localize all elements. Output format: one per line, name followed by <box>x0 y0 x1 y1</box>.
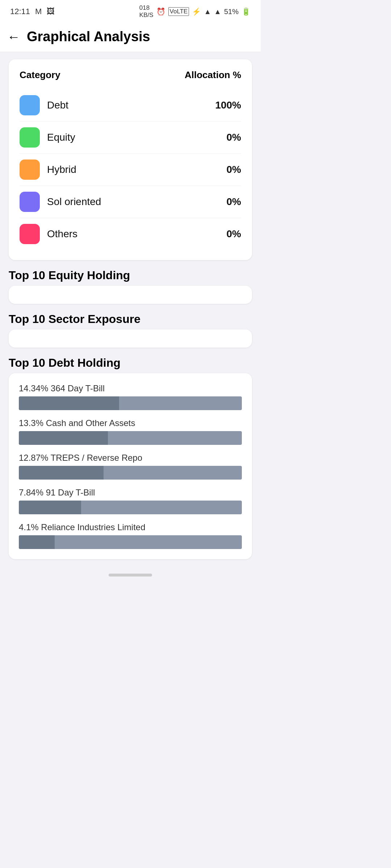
top-sector-title: Top 10 Sector Exposure <box>9 312 252 326</box>
category-card: Category Allocation % Debt 100% Equity 0… <box>9 59 252 260</box>
top-equity-section: Top 10 Equity Holding <box>9 269 252 304</box>
status-left: 12:11 M 🖼 <box>10 7 55 16</box>
gmail-icon: M <box>35 7 42 16</box>
debt-bar-fill <box>19 431 108 445</box>
category-name: Others <box>47 228 77 240</box>
top-equity-card <box>9 286 252 304</box>
top-debt-title: Top 10 Debt Holding <box>9 356 252 370</box>
main-content: Category Allocation % Debt 100% Equity 0… <box>0 52 261 566</box>
category-row-left: Debt <box>20 95 68 115</box>
signal-icon: ▲ <box>214 8 221 16</box>
category-row: Sol oriented 0% <box>20 186 241 218</box>
category-row: Others 0% <box>20 218 241 250</box>
color-swatch <box>20 95 40 115</box>
color-swatch <box>20 127 40 148</box>
debt-bar-fill <box>19 466 104 480</box>
debt-item: 4.1% Reliance Industries Limited <box>19 522 242 549</box>
status-right: 018KB/S ⏰ VoLTE ⚡ ▲ ▲ 51% 🔋 <box>139 4 251 19</box>
debt-bar-track <box>19 431 242 445</box>
top-debt-card: 14.34% 364 Day T-Bill 13.3% Cash and Oth… <box>9 373 252 559</box>
header: ← Graphical Analysis <box>0 22 261 52</box>
category-name: Debt <box>47 99 68 111</box>
debt-item: 7.84% 91 Day T-Bill <box>19 488 242 514</box>
top-sector-section: Top 10 Sector Exposure <box>9 312 252 348</box>
category-rows: Debt 100% Equity 0% Hybrid 0% Sol orient… <box>20 89 241 250</box>
category-percent: 0% <box>227 196 241 208</box>
category-percent: 0% <box>227 228 241 240</box>
category-row-left: Hybrid <box>20 159 76 180</box>
debt-bar-track <box>19 535 242 549</box>
debt-bar-track <box>19 466 242 480</box>
status-bar: 12:11 M 🖼 018KB/S ⏰ VoLTE ⚡ ▲ ▲ 51% 🔋 <box>0 0 261 22</box>
photo-icon: 🖼 <box>47 7 55 16</box>
debt-item: 14.34% 364 Day T-Bill <box>19 383 242 410</box>
top-sector-card <box>9 329 252 348</box>
scroll-indicator <box>109 574 152 576</box>
category-row: Debt 100% <box>20 89 241 121</box>
debt-item-label: 14.34% 364 Day T-Bill <box>19 383 242 393</box>
category-header: Category Allocation % <box>20 69 241 81</box>
debt-item-label: 4.1% Reliance Industries Limited <box>19 522 242 532</box>
category-name: Hybrid <box>47 164 76 175</box>
color-swatch <box>20 159 40 180</box>
top-debt-section: Top 10 Debt Holding 14.34% 364 Day T-Bil… <box>9 356 252 559</box>
wifi-icon: ▲ <box>204 8 211 16</box>
debt-bar-track <box>19 501 242 514</box>
category-percent: 0% <box>227 164 241 175</box>
category-row-left: Others <box>20 224 77 244</box>
category-row-left: Equity <box>20 127 75 148</box>
category-row: Equity 0% <box>20 122 241 153</box>
category-name: Sol oriented <box>47 196 101 208</box>
network-kb-icon: 018KB/S <box>139 4 154 19</box>
debt-item: 13.3% Cash and Other Assets <box>19 418 242 445</box>
color-swatch <box>20 224 40 244</box>
debt-bar-track <box>19 396 242 410</box>
category-row: Hybrid 0% <box>20 154 241 186</box>
top-equity-title: Top 10 Equity Holding <box>9 269 252 282</box>
debt-item-label: 12.87% TREPS / Reverse Repo <box>19 453 242 463</box>
debt-item-label: 7.84% 91 Day T-Bill <box>19 488 242 498</box>
debt-item-label: 13.3% Cash and Other Assets <box>19 418 242 428</box>
category-percent: 100% <box>215 99 241 111</box>
col-category-label: Category <box>20 69 60 81</box>
page-title: Graphical Analysis <box>27 29 150 44</box>
category-row-left: Sol oriented <box>20 192 101 212</box>
category-percent: 0% <box>227 132 241 143</box>
debt-bar-fill <box>19 396 119 410</box>
color-swatch <box>20 192 40 212</box>
battery-label: 51% <box>224 8 239 16</box>
debt-bar-fill <box>19 501 81 514</box>
debt-item: 12.87% TREPS / Reverse Repo <box>19 453 242 480</box>
battery-icon: 🔋 <box>241 7 251 16</box>
debt-bar-fill <box>19 535 55 549</box>
volte-icon: VoLTE <box>168 7 189 16</box>
time-label: 12:11 <box>10 7 30 16</box>
bluetooth-icon: ⚡ <box>192 7 201 16</box>
back-button[interactable]: ← <box>7 29 20 44</box>
col-allocation-label: Allocation % <box>185 69 241 81</box>
category-name: Equity <box>47 132 75 143</box>
alarm-icon: ⏰ <box>156 7 165 16</box>
